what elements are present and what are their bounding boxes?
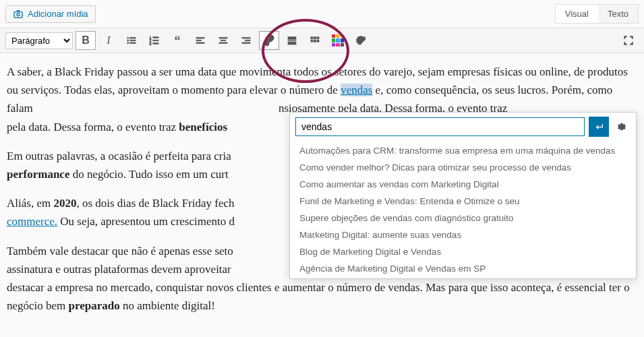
camera-icon: [13, 9, 24, 20]
align-right-button[interactable]: [236, 31, 256, 50]
svg-rect-18: [221, 40, 226, 41]
bullet-list-button[interactable]: [121, 31, 142, 50]
link-settings-button[interactable]: [613, 118, 631, 135]
svg-rect-31: [317, 40, 319, 42]
table-button[interactable]: [328, 31, 348, 50]
suggestion-item[interactable]: Agência de Marketing Digital e Vendas em…: [290, 260, 636, 277]
refresh-icon: [355, 34, 367, 47]
ol-icon: 123: [148, 34, 160, 47]
svg-rect-9: [153, 37, 158, 38]
svg-rect-16: [196, 42, 204, 44]
link-button[interactable]: [259, 31, 279, 50]
svg-rect-21: [245, 40, 251, 41]
svg-point-1: [17, 13, 20, 16]
svg-text:3: 3: [150, 42, 152, 46]
svg-rect-5: [130, 40, 136, 41]
suggestion-item[interactable]: Blog de Marketing Digital e Vendas: [290, 243, 636, 260]
numbered-list-button[interactable]: 123: [144, 31, 165, 50]
link-commerce[interactable]: commerce.: [7, 215, 57, 228]
svg-rect-11: [153, 40, 158, 41]
refresh-button[interactable]: [351, 31, 371, 50]
link-url-input[interactable]: [295, 117, 585, 136]
insert-more-button[interactable]: [282, 31, 302, 50]
svg-rect-28: [317, 37, 319, 39]
enter-icon: [593, 121, 604, 132]
svg-rect-13: [153, 43, 158, 44]
tab-text[interactable]: Texto: [598, 5, 638, 23]
svg-rect-22: [242, 42, 250, 44]
svg-point-4: [127, 40, 129, 41]
svg-rect-27: [314, 37, 316, 39]
svg-rect-23: [288, 37, 296, 40]
svg-rect-7: [130, 42, 136, 44]
link-suggestions-list: Automações para CRM: transforme sua empr…: [290, 141, 636, 278]
color-grid-icon: [332, 34, 344, 47]
readmore-icon: [286, 34, 298, 47]
link-insert-popup: Automações para CRM: transforme sua empr…: [289, 112, 637, 279]
kitchen-sink-icon: [309, 34, 321, 47]
svg-rect-17: [219, 38, 227, 39]
align-right-icon: [240, 34, 252, 47]
toolbar-toggle-button[interactable]: [305, 31, 325, 50]
svg-rect-30: [314, 40, 316, 42]
suggestion-item[interactable]: Automações para CRM: transforme sua empr…: [290, 142, 636, 159]
ul-icon: [125, 34, 138, 47]
suggestion-item[interactable]: Como aumentar as vendas com Marketing Di…: [290, 176, 636, 193]
paragraph-format-select[interactable]: Parágrafo: [5, 32, 73, 49]
suggestion-item[interactable]: Como vender melhor? Dicas para otimizar …: [290, 159, 636, 176]
svg-rect-20: [242, 38, 250, 39]
suggestion-item[interactable]: Supere objeções de vendas com diagnóstic…: [290, 210, 636, 226]
svg-point-2: [127, 37, 129, 38]
expand-icon: [622, 34, 635, 47]
svg-rect-24: [288, 40, 296, 41]
svg-rect-29: [311, 40, 313, 42]
blockquote-button[interactable]: “: [167, 31, 187, 50]
suggestion-item[interactable]: Funil de Marketing e Vendas: Entenda e O…: [290, 193, 636, 210]
svg-rect-26: [311, 37, 313, 39]
svg-rect-15: [196, 40, 202, 41]
add-media-label: Adicionar mídia: [28, 9, 88, 19]
align-left-button[interactable]: [190, 31, 210, 50]
italic-button[interactable]: I: [98, 31, 119, 50]
svg-rect-14: [196, 38, 204, 39]
align-center-button[interactable]: [213, 31, 233, 50]
svg-rect-19: [219, 42, 227, 44]
svg-point-6: [127, 42, 129, 44]
svg-rect-25: [288, 42, 296, 44]
editor-toolbar: Parágrafo B I 123 “: [0, 28, 644, 53]
link-icon: [263, 34, 275, 47]
editor-mode-tabs: Visual Texto: [555, 4, 639, 24]
gear-icon: [616, 121, 628, 133]
svg-rect-0: [14, 11, 22, 18]
bold-button[interactable]: B: [76, 31, 96, 50]
fullscreen-button[interactable]: [618, 31, 639, 50]
suggestion-item[interactable]: Marketing Digital: aumente suas vendas: [290, 226, 636, 243]
apply-link-button[interactable]: [589, 117, 609, 137]
svg-rect-3: [130, 38, 136, 39]
align-left-icon: [194, 34, 206, 47]
align-center-icon: [217, 34, 229, 47]
add-media-button[interactable]: Adicionar mídia: [5, 5, 96, 23]
tab-visual[interactable]: Visual: [556, 5, 598, 23]
link-vendas[interactable]: vendas: [341, 84, 372, 96]
